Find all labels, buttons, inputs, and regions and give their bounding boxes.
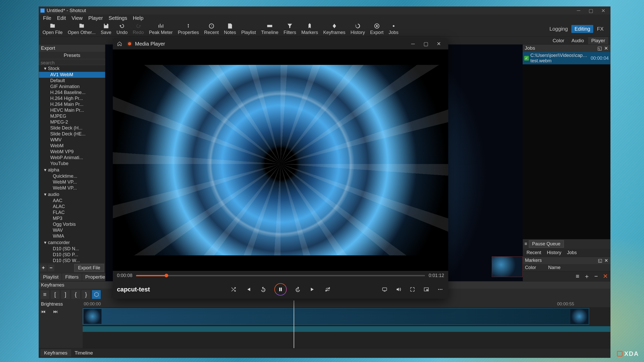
- tree-item[interactable]: WebP Animati...: [39, 155, 105, 161]
- tool-timeline[interactable]: Timeline: [258, 22, 281, 36]
- preset-remove-button[interactable]: −: [48, 265, 54, 271]
- mp-close-button[interactable]: ✕: [432, 39, 445, 48]
- shotcut-preview-in-out[interactable]: [492, 256, 523, 277]
- timeline-menu-icon[interactable]: ≡: [574, 272, 581, 280]
- tool-jobs[interactable]: Jobs: [386, 22, 401, 36]
- mp-rewind-10-button[interactable]: 10: [259, 286, 267, 293]
- kf-prev-button[interactable]: ⏮: [41, 309, 46, 314]
- mp-next-button[interactable]: [309, 286, 317, 293]
- tree-item[interactable]: AV1 WebM: [39, 72, 105, 78]
- hamburger-icon[interactable]: ≡: [524, 241, 527, 247]
- tree-item[interactable]: MP3: [39, 216, 105, 221]
- kf-snap-button[interactable]: ⬡: [92, 290, 101, 299]
- shotcut-minimize-button[interactable]: ─: [573, 7, 584, 14]
- mode-fx[interactable]: FX: [594, 25, 607, 33]
- zoom-in-button[interactable]: ＋: [583, 272, 591, 280]
- shotcut-close-button[interactable]: ✕: [598, 7, 609, 14]
- menu-settings[interactable]: Settings: [106, 14, 130, 22]
- tree-item[interactable]: WebM VP...: [39, 179, 105, 185]
- tree-item[interactable]: WMA: [39, 233, 105, 239]
- mp-shuffle-button[interactable]: [230, 286, 237, 293]
- tree-group-camcorder[interactable]: ▾ camcorder: [39, 239, 105, 246]
- mp-repeat-button[interactable]: [324, 286, 332, 293]
- pause-queue-button[interactable]: Pause Queue: [529, 240, 564, 248]
- tree-item[interactable]: FLAC: [39, 210, 105, 216]
- kf-effect-bar[interactable]: [83, 326, 610, 332]
- tree-item[interactable]: AAC: [39, 198, 105, 204]
- tree-item[interactable]: D10 (SD W...: [39, 258, 105, 263]
- mode-logging[interactable]: Logging: [546, 25, 571, 33]
- mp-video-area[interactable]: [113, 49, 448, 271]
- btab-timeline[interactable]: Timeline: [71, 349, 97, 357]
- mp-previous-button[interactable]: [244, 286, 252, 293]
- shotcut-maximize-button[interactable]: ▢: [586, 7, 596, 14]
- mp-forward-30-button[interactable]: 30: [294, 286, 302, 293]
- tree-item[interactable]: Slide Deck (HE...: [39, 131, 105, 137]
- tab-recent[interactable]: Recent: [524, 249, 544, 256]
- mp-home-button[interactable]: [116, 40, 123, 47]
- tool-open-file[interactable]: Open File: [40, 22, 65, 36]
- tree-item[interactable]: H.264 High Pr...: [39, 96, 105, 101]
- subtab-color[interactable]: Color: [549, 37, 567, 44]
- btab-keyframes[interactable]: Keyframes: [40, 349, 71, 357]
- zoom-out-button[interactable]: −: [592, 272, 600, 280]
- tool-export[interactable]: Export: [368, 22, 386, 36]
- tool-undo[interactable]: Undo: [114, 22, 130, 36]
- tree-item[interactable]: D10 (SD N...: [39, 246, 105, 252]
- preset-tree[interactable]: ▾ Stock AV1 WebM Default GIF Animation H…: [39, 65, 105, 263]
- lefttab-playlist[interactable]: Playlist: [40, 273, 62, 281]
- jobs-undock-icon[interactable]: ◱: [597, 45, 602, 51]
- markers-close-icon[interactable]: ✕: [604, 258, 608, 263]
- tree-item[interactable]: WMV: [39, 137, 105, 143]
- mp-seek-thumb[interactable]: [165, 274, 168, 277]
- tree-group-audio[interactable]: ▾ audio: [39, 191, 105, 198]
- preset-search[interactable]: [39, 59, 105, 65]
- mp-minimize-button[interactable]: ─: [406, 39, 419, 48]
- tool-open-other[interactable]: Open Other...: [65, 22, 98, 36]
- tool-filters[interactable]: Filters: [281, 22, 299, 36]
- markers-undock-icon[interactable]: ◱: [598, 258, 602, 263]
- tree-group-alpha[interactable]: ▾ alpha: [39, 167, 105, 173]
- tree-item[interactable]: H.264 Main Pr...: [39, 101, 105, 107]
- kf-track-area[interactable]: 00:00:00 00:00:55: [83, 300, 610, 348]
- kf-next-button[interactable]: ⏭: [53, 309, 58, 314]
- tree-item[interactable]: WebM VP9: [39, 149, 105, 155]
- kf-menu-icon[interactable]: ≡: [40, 290, 49, 299]
- job-row[interactable]: ✓ C:\Users\joeri\Videos\capcut-test.webm…: [523, 52, 610, 64]
- tool-playlist[interactable]: Playlist: [239, 22, 258, 36]
- tree-group-stock[interactable]: ▾ Stock: [39, 65, 105, 72]
- mp-more-button[interactable]: [436, 286, 444, 293]
- subtab-player[interactable]: Player: [588, 37, 608, 44]
- tree-item[interactable]: H.264 Baseline...: [39, 90, 105, 96]
- menu-edit[interactable]: Edit: [54, 14, 68, 22]
- lefttab-filters[interactable]: Filters: [62, 273, 82, 281]
- mp-fullscreen-button[interactable]: [409, 286, 416, 293]
- tree-item[interactable]: YouTube: [39, 161, 105, 167]
- tool-save[interactable]: Save: [98, 22, 114, 36]
- menu-view[interactable]: View: [69, 14, 85, 22]
- kf-out-bracket[interactable]: ]: [61, 290, 70, 299]
- tab-jobs[interactable]: Jobs: [564, 249, 579, 256]
- jobs-close-icon[interactable]: ✕: [604, 45, 608, 51]
- tool-markers[interactable]: Markers: [299, 22, 321, 36]
- tree-item[interactable]: Slide Deck (H...: [39, 125, 105, 131]
- tree-item[interactable]: WAV: [39, 227, 105, 233]
- tree-item[interactable]: Default: [39, 78, 105, 84]
- tool-notes[interactable]: Notes: [221, 22, 239, 36]
- kf-playhead[interactable]: [294, 300, 294, 348]
- tool-properties[interactable]: Properties: [175, 22, 201, 36]
- tool-history[interactable]: History: [348, 22, 368, 36]
- tree-item[interactable]: HEVC Main Pr...: [39, 107, 105, 113]
- mp-pause-button[interactable]: [274, 283, 287, 296]
- mp-cast-button[interactable]: [381, 286, 388, 293]
- tool-peak-meter[interactable]: Peak Meter: [146, 22, 175, 36]
- tree-item[interactable]: Quicktime...: [39, 173, 105, 179]
- preset-add-button[interactable]: +: [40, 265, 47, 271]
- tree-item[interactable]: WebM VP...: [39, 185, 105, 191]
- tree-item[interactable]: WebM: [39, 143, 105, 149]
- tab-history[interactable]: History: [544, 249, 564, 256]
- tree-item[interactable]: MJPEG: [39, 113, 105, 119]
- markers-col-name[interactable]: Name: [546, 264, 563, 271]
- tree-item[interactable]: D10 (SD P...: [39, 252, 105, 258]
- mp-miniview-button[interactable]: [422, 286, 430, 293]
